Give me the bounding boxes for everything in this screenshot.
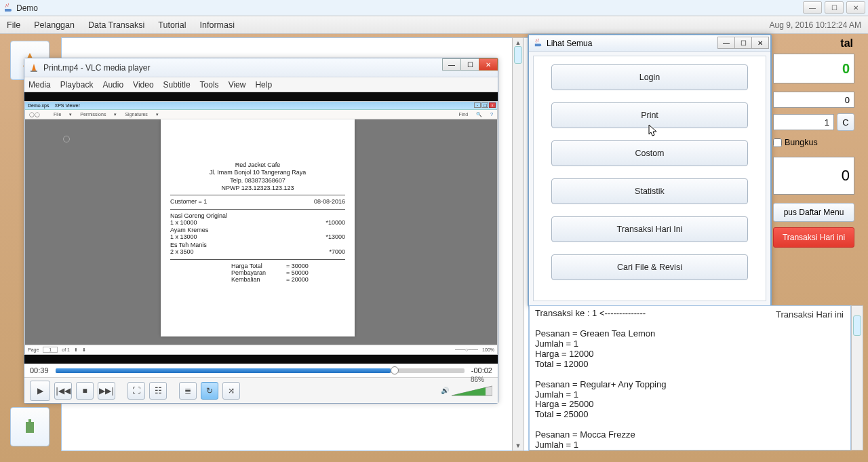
ls-maximize-button[interactable]: ☐ — [734, 37, 752, 49]
xps-max-icon: ☐ — [481, 102, 488, 108]
vlc-menu-audio[interactable]: Audio — [102, 80, 123, 90]
vlc-menu-video[interactable]: Video — [133, 80, 153, 90]
receipt-paper: Red Jacket Cafe Jl. Imam Bonjol 10 Tange… — [161, 119, 355, 336]
vlc-titlebar[interactable]: Print.mp4 - VLC media player — ☐ ✕ — [24, 58, 498, 77]
xps-footer: Page 1 of 1 ⬆ ⬇ ───○─── 100% — [25, 345, 497, 354]
tx-line: Total = 12000 — [535, 360, 845, 370]
clear-c-button[interactable]: C — [837, 113, 854, 131]
ls-print-button[interactable]: Print — [551, 102, 748, 128]
ls-minimize-button[interactable]: — — [717, 37, 735, 49]
receipt-total-label: Harga Total — [231, 263, 282, 269]
bungkus-label: Bungkus — [785, 138, 818, 147]
main-scrollbar[interactable]: ▲ ▼ — [512, 37, 524, 451]
receipt-cust: Customer = 1 — [170, 198, 207, 206]
vlc-close-button[interactable]: ✕ — [479, 58, 498, 71]
clear-menu-button[interactable]: pus Daftar Menu — [773, 203, 854, 222]
total-display: 0 — [773, 54, 854, 83]
minimize-button[interactable]: — — [803, 1, 822, 14]
vlc-menu-subtitle[interactable]: Subtitle — [163, 80, 191, 90]
receipt-change-value: = 20000 — [286, 276, 309, 283]
field-1[interactable]: 0 — [773, 92, 854, 108]
tx-line: Harga = 12000 — [535, 349, 845, 360]
ls-titlebar[interactable]: Lihat Semua — ☐ ✕ — [529, 35, 770, 52]
xps-viewer-frame: Demo.xps XPS Viewer -☐x ◯◯ File▾ Permiss… — [24, 101, 498, 355]
xps-foot-page-lbl: Page — [28, 347, 39, 352]
vlc-menu-playback[interactable]: Playback — [60, 80, 94, 90]
vlc-menu-help[interactable]: Help — [255, 80, 272, 90]
vlc-window: Print.mp4 - VLC media player — ☐ ✕ Media… — [24, 58, 498, 404]
scroll-thumb[interactable] — [514, 46, 522, 64]
receipt-npwp: NPWP 123.12323.123.123 — [170, 185, 345, 192]
menu-pelanggan[interactable]: Pelanggan — [34, 20, 75, 30]
fullscreen-button[interactable]: ⛶ — [127, 382, 145, 400]
xps-tool-permissions: Permissions — [80, 112, 106, 117]
receipt-line-qty: 2 x 3500 — [170, 248, 194, 256]
right-panel: tal 0 0 1 C Bungkus 0 pus Daftar Menu Tr… — [773, 37, 854, 305]
receipt-line-amt: *7000 — [329, 248, 345, 256]
loop-button[interactable]: ↻ — [201, 382, 218, 400]
arrow-down-icon: ⬇ — [82, 347, 86, 353]
vlc-seek-knob[interactable] — [391, 366, 399, 374]
ls-login-button[interactable]: Login — [551, 64, 748, 90]
menu-tutorial[interactable]: Tutorial — [158, 20, 186, 30]
volume-control[interactable]: 🔊 86% — [441, 385, 492, 397]
xps-foot-page-cur: 1 — [43, 347, 58, 353]
vlc-menu-tools[interactable]: Tools — [200, 80, 219, 90]
ls-body: Login Print Costom Statistik Transaksi H… — [533, 56, 766, 301]
vlc-letterbox-bottom — [24, 355, 498, 364]
vlc-menu-view[interactable]: View — [229, 80, 246, 90]
vlc-maximize-button[interactable]: ☐ — [460, 58, 479, 71]
menu-informasi[interactable]: Informasi — [200, 20, 235, 30]
next-button[interactable]: ▶▶| — [98, 382, 115, 400]
tx-line: Jumlah = 1 — [535, 390, 845, 400]
ls-transaksi-button[interactable]: Transaksi Hari Ini — [551, 216, 748, 242]
receipt-tel: Telp. 083873368607 — [170, 177, 345, 185]
menu-data-transaksi[interactable]: Data Transaksi — [88, 20, 144, 30]
ls-costom-button[interactable]: Costom — [551, 140, 748, 166]
speaker-icon[interactable]: 🔊 — [441, 387, 449, 394]
tx-scroll-thumb[interactable] — [853, 315, 861, 336]
bungkus-checkbox[interactable] — [773, 138, 782, 147]
receipt-line-3: Es Teh Manis 2 x 3500*7000 — [170, 242, 345, 256]
tx-line: Pesanan = Greaen Tea Lemon — [535, 329, 845, 339]
vlc-minimize-button[interactable]: — — [442, 58, 461, 71]
xps-tool-find: Find — [458, 112, 468, 117]
ls-statistik-button[interactable]: Statistik — [551, 178, 748, 204]
xps-title-viewer: XPS Viewer — [55, 103, 80, 108]
bungkus-row[interactable]: Bungkus — [773, 138, 854, 147]
xps-tool-file: File — [54, 112, 61, 117]
vlc-seek-bar[interactable] — [56, 368, 465, 373]
field-2[interactable]: 1 — [773, 114, 834, 130]
shuffle-button[interactable]: ⤮ — [222, 382, 240, 400]
tx-line — [535, 420, 845, 430]
close-button[interactable]: ✕ — [846, 1, 865, 14]
receipt-line-2: Ayam Kremes 1 x 13000*13000 — [170, 227, 345, 242]
play-button[interactable]: ▶ — [30, 381, 50, 401]
tx-line: Pesanan = Mocca Frezze — [535, 430, 845, 440]
xps-foot-page-of: of 1 — [62, 347, 70, 352]
ext-settings-button[interactable]: ☷ — [149, 382, 167, 400]
receipt-line-name: Ayam Kremes — [170, 227, 345, 233]
xps-foot-zoom: 100% — [482, 347, 494, 352]
chevron-down-icon: ▾ — [156, 112, 159, 117]
tx-scrollbar[interactable] — [851, 305, 863, 450]
menu-file[interactable]: File — [7, 20, 20, 30]
ls-cari-file-button[interactable]: Cari File & Revisi — [551, 254, 748, 280]
prev-button[interactable]: |◀◀ — [54, 382, 72, 400]
vlc-menu-media[interactable]: Media — [28, 80, 51, 90]
transaksi-hari-ini-button[interactable]: Transaksi Hari ini — [773, 227, 854, 248]
maximize-button[interactable]: ☐ — [825, 1, 844, 14]
payment-box[interactable]: 0 — [773, 157, 854, 195]
java-icon — [3, 3, 14, 14]
xps-cursor-icon — [63, 136, 70, 142]
stop-button[interactable]: ■ — [76, 382, 94, 400]
vlc-title-text: Print.mp4 - VLC media player — [43, 63, 150, 73]
ls-close-button[interactable]: ✕ — [751, 37, 769, 49]
left-btn-exit[interactable] — [10, 407, 50, 446]
receipt-line-name: Es Teh Manis — [170, 242, 345, 248]
transaction-log[interactable]: Transaksi Hari ini Transaksi ke : 1 <---… — [529, 305, 851, 450]
tx-line — [535, 319, 845, 329]
scroll-down-icon[interactable]: ▼ — [513, 441, 524, 450]
ls-window-controls: — ☐ ✕ — [718, 37, 769, 49]
playlist-button[interactable]: ≣ — [179, 382, 197, 400]
